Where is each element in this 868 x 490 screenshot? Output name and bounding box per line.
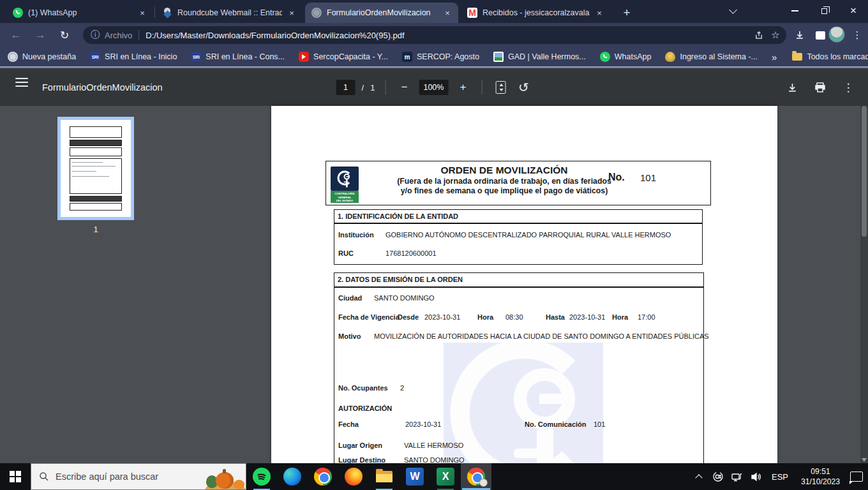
bookmark-nueva-pestana[interactable]: Nueva pestaña	[8, 52, 76, 62]
pdf-download-button[interactable]	[784, 79, 800, 96]
viewer-scrollbar[interactable]	[860, 106, 868, 463]
pdf-more-options-button[interactable]: ⋮	[840, 79, 857, 96]
share-icon[interactable]	[751, 27, 767, 43]
desde-value: 2023-10-31	[424, 313, 460, 321]
new-tab-button[interactable]: +	[618, 4, 636, 22]
sri-icon: SRI	[191, 52, 201, 62]
excel-icon: X	[437, 468, 454, 486]
bookmark-ingreso-sistema[interactable]: Ingreso al Sistema -...	[665, 52, 758, 62]
bookmark-star-icon[interactable]: ☆	[767, 27, 784, 43]
document-title-block: ORDEN DE MOVILIZACIÓN (Fuera de la jorna…	[367, 165, 641, 195]
page-thumbnail[interactable]	[57, 117, 134, 220]
sercop-icon: m	[402, 52, 412, 62]
url-text[interactable]: D:/Users/Master/Downloads/FormularioOrde…	[146, 31, 751, 40]
origen-label: Lugar Origen	[338, 442, 382, 449]
taskbar-spotify[interactable]	[246, 463, 277, 490]
windows-taskbar: Escribe aquí para buscar W X	[0, 463, 868, 490]
zoom-out-button[interactable]: −	[396, 79, 412, 96]
start-button[interactable]	[0, 463, 31, 490]
taskbar-clock[interactable]: 09:51 31/10/2023	[796, 466, 845, 487]
fecha-label: Fecha	[338, 420, 359, 428]
gmail-icon: M	[467, 8, 477, 18]
side-panel-button[interactable]	[812, 27, 828, 43]
notification-icon	[850, 471, 863, 482]
taskbar-chrome[interactable]	[308, 463, 338, 490]
tab-formulario-active[interactable]: FormularioOrdenMovilizacion ×	[305, 3, 458, 23]
comunicacion-value: 101	[594, 420, 605, 428]
all-bookmarks-label: Todos los marcadores	[807, 52, 868, 61]
address-bar[interactable]: ⓘ Archivo D:/Users/Master/Downloads/Form…	[83, 26, 786, 44]
volume-button[interactable]	[749, 463, 764, 490]
downloads-button[interactable]	[791, 27, 808, 43]
meet-now-button[interactable]	[710, 463, 726, 490]
pdf-toolbar-right: ⋮	[784, 69, 857, 106]
close-icon[interactable]: ×	[286, 7, 297, 19]
close-icon[interactable]: ×	[137, 7, 148, 19]
taskbar-word[interactable]: W	[400, 463, 430, 490]
page-number-input[interactable]: 1	[336, 80, 355, 95]
tab-roundcube[interactable]: Roundcube Webmail :: Entrada ×	[156, 3, 303, 23]
cge-logo-caption: CONTRALORÍA GENERAL DEL ESTADO	[331, 191, 359, 203]
bookmark-sercopcapacita[interactable]: SercopCapacita - Y...	[299, 52, 388, 62]
taskbar-firefox[interactable]	[338, 463, 369, 490]
tab-search-button[interactable]	[718, 0, 747, 22]
browser-titlebar: (1) WhatsApp × Roundcube Webmail :: Entr…	[0, 0, 868, 23]
scrollbar-down-arrow[interactable]	[862, 458, 867, 462]
tab-gmail[interactable]: M Recibidos - jessicacoralzavala@g ×	[461, 3, 610, 23]
language-indicator[interactable]: ESP	[768, 472, 792, 482]
tab-title: Roundcube Webmail :: Entrada	[177, 8, 282, 17]
bookmark-label: Ingreso al Sistema -...	[680, 52, 758, 61]
cge-logo: CONTRALORÍA GENERAL DEL ESTADO	[331, 167, 359, 203]
restore-button[interactable]	[809, 0, 839, 22]
forward-button[interactable]: →	[32, 27, 49, 43]
bookmark-label: WhatsApp	[615, 52, 652, 61]
side-panel-icon	[816, 31, 825, 40]
close-window-button[interactable]: ×	[839, 0, 868, 22]
taskbar-file-explorer[interactable]	[369, 463, 400, 490]
minimize-button[interactable]	[780, 0, 809, 22]
taskbar-search-box[interactable]: Escribe aquí para buscar	[31, 463, 246, 490]
profile-avatar[interactable]	[828, 26, 845, 43]
tab-whatsapp[interactable]: (1) WhatsApp ×	[6, 3, 153, 23]
bookmark-sri-consultas[interactable]: SRI SRI en Línea - Cons...	[191, 52, 285, 62]
zoom-level-input[interactable]: 100%	[419, 80, 448, 95]
pdf-print-button[interactable]	[812, 79, 828, 96]
edge-icon	[283, 468, 301, 486]
scrollbar-thumb[interactable]	[862, 106, 867, 237]
browser-menu-button[interactable]: ⋮	[849, 27, 865, 43]
fit-page-button[interactable]	[492, 79, 509, 96]
bookmark-gad-valle-hermoso[interactable]: GAD | Valle Hermos...	[493, 52, 586, 62]
bookmarks-overflow-chevron[interactable]: »	[772, 52, 777, 63]
back-button[interactable]: ←	[8, 27, 24, 43]
ciudad-value: SANTO DOMINGO	[374, 294, 435, 302]
file-explorer-icon	[375, 468, 393, 486]
network-button[interactable]	[730, 463, 745, 490]
pdf-menu-button[interactable]	[15, 78, 28, 87]
rotate-button[interactable]: ↺	[515, 79, 532, 96]
bookmark-whatsapp[interactable]: WhatsApp	[600, 52, 652, 62]
ruc-value: 1768120600001	[385, 249, 437, 257]
bookmark-sri-inicio[interactable]: SRI SRI en Línea - Inicio	[90, 52, 177, 62]
taskbar-edge[interactable]	[277, 463, 308, 490]
section2-header-box: 2. DATOS DE EMISIÓN DE LA ORDEN	[334, 272, 704, 287]
bookmark-sercop-agosto[interactable]: m SERCOP: Agosto	[402, 52, 479, 62]
globe-icon	[8, 52, 18, 62]
whatsapp-icon	[600, 52, 610, 62]
reload-button[interactable]: ↻	[56, 27, 73, 43]
taskbar-excel[interactable]: X	[430, 463, 461, 490]
order-no-value: 101	[640, 172, 656, 183]
tab-title: Recibidos - jessicacoralzavala@g	[483, 8, 590, 17]
close-icon[interactable]: ×	[442, 7, 453, 19]
close-icon[interactable]: ×	[594, 7, 605, 19]
all-bookmarks-button[interactable]: Todos los marcadores	[792, 52, 868, 61]
tray-chevron-up-button[interactable]	[691, 463, 707, 490]
zoom-in-button[interactable]: +	[454, 79, 471, 96]
search-icon	[39, 471, 49, 482]
roundcube-icon	[162, 8, 172, 18]
hora2-label: Hora	[612, 313, 628, 321]
info-icon[interactable]: ⓘ	[91, 29, 100, 41]
windows-logo-icon	[10, 471, 21, 482]
action-center-button[interactable]	[849, 463, 864, 490]
autorizacion-title: AUTORIZACIÓN	[338, 405, 392, 412]
taskbar-chrome-active[interactable]	[461, 463, 491, 490]
